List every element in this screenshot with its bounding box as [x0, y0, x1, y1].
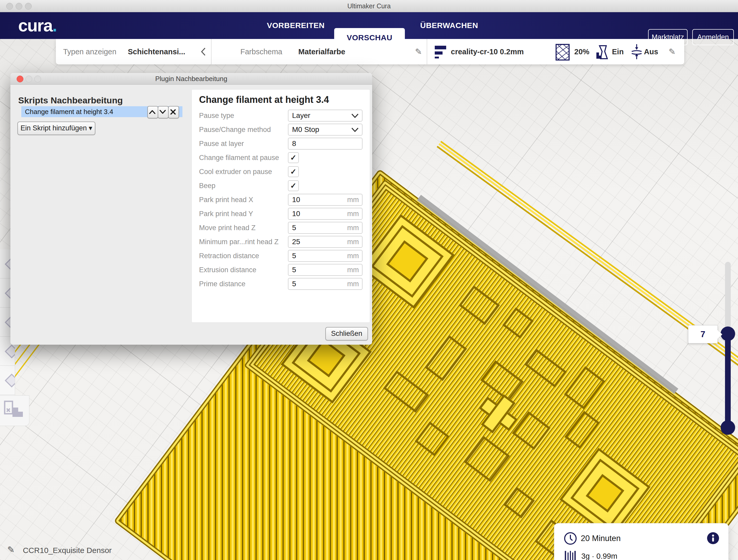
form-row-change-filament: Change filament at pause ✓ [199, 151, 363, 164]
close-dialog-button[interactable]: Schließen [325, 327, 368, 341]
add-script-button[interactable]: Ein Skript hinzufügen ▾ [17, 121, 95, 135]
chevron-down-icon [351, 127, 359, 132]
pause-type-select[interactable]: Layer [288, 110, 363, 121]
layer-slider-upper-handle[interactable] [721, 327, 735, 341]
layer-number-flag: 7 [688, 325, 718, 344]
collapse-chevron-icon[interactable] [201, 47, 206, 56]
view-type-label: Typen anzeigen [63, 39, 116, 64]
print-time-estimate: 20 Minuten [581, 534, 621, 543]
form-row-minimum-z: Minimum par...rint head Z 25 mm [199, 235, 363, 248]
qr-finder-square [360, 214, 454, 309]
chevron-down-icon [351, 113, 359, 118]
infill-value: 20% [574, 39, 589, 64]
view-type-value[interactable]: Schichtenansi... [128, 39, 185, 64]
retraction-distance-input[interactable]: 5 mm [288, 250, 363, 262]
remove-script-button[interactable] [168, 106, 179, 118]
toolbar-divider [427, 39, 427, 64]
color-scheme-label: Farbschema [240, 39, 282, 64]
logo-dot: . [52, 16, 56, 35]
qr-module [415, 421, 449, 456]
printer-profile-value[interactable]: creality-cr-10 0.2mm [451, 39, 524, 64]
qr-module [525, 349, 567, 388]
support-blocker-icon [5, 374, 15, 388]
tab-vorschau[interactable]: VORSCHAU [334, 28, 405, 47]
qr-module [502, 307, 533, 339]
script-settings-panel: Change filament at height 3.4 Pause type… [192, 89, 370, 323]
form-row-pause-at-layer: Pause at layer 8 [199, 137, 363, 150]
tool-button-support-blocker[interactable] [0, 366, 15, 395]
qr-module [383, 371, 429, 413]
info-icon[interactable] [707, 532, 719, 544]
qr-module [503, 487, 534, 518]
clock-icon [564, 532, 577, 545]
move-script-up-button[interactable] [147, 106, 158, 118]
extrusion-distance-input[interactable]: 5 mm [288, 264, 363, 276]
app-window: ✎ CCR10_Exquisite Densor 40.0 x 80.0 x 2… [0, 0, 738, 560]
per-model-settings-button[interactable] [0, 395, 29, 426]
rename-model-pencil-icon[interactable]: ✎ [7, 544, 15, 555]
dialog-title: Plugin Nachbearbeitung [10, 75, 372, 83]
window-title-bar: Ultimaker Cura [0, 0, 738, 12]
tab-vorbereiten[interactable]: VORBEREITEN [267, 12, 325, 39]
pause-method-select[interactable]: M0 Stop [288, 124, 363, 136]
minimum-z-input[interactable]: 25 mm [288, 236, 363, 248]
qr-module [459, 286, 500, 325]
support-value: Ein [612, 39, 624, 64]
move-script-down-button[interactable] [158, 106, 168, 118]
app-header: cura. VORBEREITEN VORSCHAU ÜBERWACHEN Ma… [0, 12, 738, 39]
caret-down-icon: ▾ [89, 124, 92, 132]
form-row-move-z: Move print head Z 5 mm [199, 221, 363, 234]
prime-distance-input[interactable]: 5 mm [288, 278, 363, 290]
qr-module [425, 335, 467, 381]
model-name: CCR10_Exquisite Densor [23, 546, 112, 555]
qr-module [464, 436, 510, 482]
toolbar-divider [211, 39, 212, 64]
chevron-up-icon [149, 110, 156, 114]
change-filament-checkbox[interactable]: ✓ [288, 152, 299, 163]
layer-slider-lower-handle[interactable] [721, 420, 735, 435]
layer-slider-range[interactable] [725, 334, 731, 430]
form-row-park-x: Park print head X 10 mm [199, 193, 363, 206]
add-script-label: Ein Skript hinzufügen [21, 124, 87, 132]
form-row-retraction: Retraction distance 5 mm [199, 249, 363, 262]
material-estimate: 3g · 0.99m [581, 552, 618, 560]
marketplace-button[interactable]: Marktplatz [648, 29, 688, 45]
chevron-down-icon [159, 110, 166, 114]
cura-logo: cura. [18, 16, 57, 35]
tab-ueberwachen[interactable]: ÜBERWACHEN [420, 12, 478, 39]
beep-checkbox[interactable]: ✓ [288, 180, 299, 191]
pause-at-layer-input[interactable]: 8 [288, 138, 363, 150]
form-row-prime: Prime distance 5 mm [199, 277, 363, 290]
park-y-input[interactable]: 10 mm [288, 208, 363, 220]
window-title: Ultimaker Cura [0, 2, 738, 10]
print-summary-panel: 20 Minuten 3g · 0.99m Print with OctoPri… [554, 523, 729, 560]
post-processing-dialog: Plugin Nachbearbeitung Skripts Nachbearb… [10, 73, 372, 345]
park-x-input[interactable]: 10 mm [288, 194, 363, 206]
qr-module [480, 360, 523, 402]
filament-spool-icon [564, 550, 578, 560]
per-model-settings-icon [4, 400, 24, 421]
qr-module [564, 366, 605, 409]
edit-print-settings-pencil-icon[interactable]: ✎ [669, 47, 676, 57]
support-icon [596, 45, 609, 60]
mirror-icon [5, 345, 15, 359]
form-row-park-y: Park print head Y 10 mm [199, 207, 363, 220]
infill-icon [555, 44, 570, 61]
form-row-pause-type: Pause type Layer [199, 109, 363, 122]
edit-view-pencil-icon[interactable]: ✎ [415, 47, 422, 57]
dialog-title-bar[interactable]: Plugin Nachbearbeitung [10, 73, 372, 85]
cool-extruder-checkbox[interactable]: ✓ [288, 166, 299, 177]
form-row-beep: Beep ✓ [199, 179, 363, 192]
qr-module [565, 411, 600, 449]
form-row-cool-extruder: Cool extruder on pause ✓ [199, 165, 363, 178]
script-settings-heading: Change filament at height 3.4 [199, 94, 363, 105]
move-z-input[interactable]: 5 mm [288, 222, 363, 234]
adhesion-icon [631, 44, 643, 60]
qr-module [512, 411, 550, 450]
layer-number: 7 [701, 329, 705, 339]
close-x-icon [170, 109, 176, 115]
layer-height-icon [435, 45, 447, 59]
sign-in-button[interactable]: Anmelden [692, 29, 734, 45]
form-row-extrusion: Extrusion distance 5 mm [199, 263, 363, 276]
scripts-heading: Skripts Nachbearbeitung [18, 95, 123, 105]
